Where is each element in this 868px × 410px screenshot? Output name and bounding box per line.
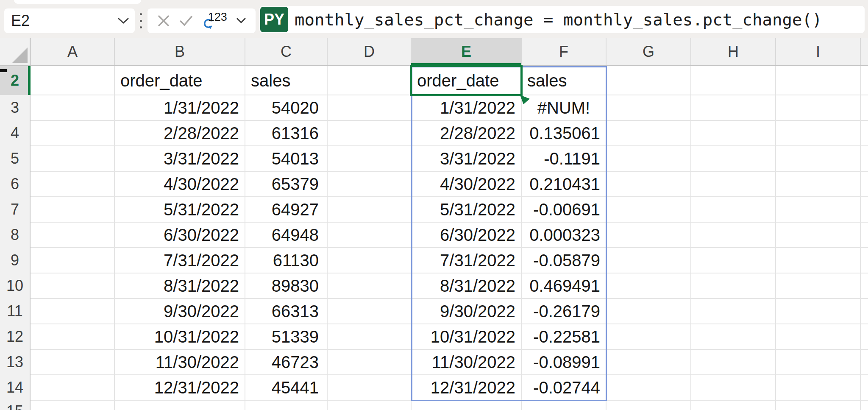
column-header-divider — [245, 38, 245, 65]
row-header-11[interactable]: 11 — [0, 298, 30, 324]
column-header-divider — [690, 38, 691, 65]
column-header-I[interactable]: I — [776, 38, 860, 65]
column-header-divider — [860, 38, 861, 65]
row-header-label: 12 — [6, 328, 23, 346]
row-header-label: 8 — [11, 226, 19, 244]
row-header-label: 2 — [11, 72, 19, 89]
gridline — [245, 66, 245, 410]
excel-window: E2 123 PY — [0, 0, 868, 410]
cell-B14[interactable]: 12/31/2022 — [115, 376, 244, 399]
column-header-C[interactable]: C — [245, 38, 327, 65]
cell-C6[interactable]: 65379 — [246, 172, 326, 196]
gridline — [327, 66, 328, 410]
cell-B6[interactable]: 4/30/2022 — [115, 172, 244, 196]
column-header-divider — [606, 38, 606, 65]
cell-C9[interactable]: 61130 — [246, 248, 326, 272]
row-header-14[interactable]: 14 — [0, 375, 30, 400]
row-header-label: 14 — [6, 379, 23, 396]
cell-B4[interactable]: 2/28/2022 — [115, 121, 244, 145]
row-header-label: 15 — [6, 404, 23, 410]
cell-B2[interactable]: order_date — [115, 67, 244, 94]
column-header-B[interactable]: B — [114, 38, 245, 65]
gridline — [775, 66, 776, 410]
row-header-9[interactable]: 9 — [0, 248, 30, 273]
row-header-3[interactable]: 3 — [0, 95, 30, 120]
row-header-8[interactable]: 8 — [0, 222, 30, 248]
cell-B3[interactable]: 1/31/2022 — [115, 96, 244, 120]
gridline — [690, 66, 691, 410]
row-header-label: 6 — [11, 175, 19, 193]
row-header-label: 4 — [11, 124, 19, 142]
cell-B9[interactable]: 7/31/2022 — [115, 248, 244, 272]
cell-C11[interactable]: 66313 — [246, 299, 326, 323]
selected-row-bar — [28, 66, 31, 95]
column-header-F[interactable]: F — [521, 38, 606, 65]
row-header-label: 5 — [11, 150, 19, 167]
spill-arrow-icon — [520, 94, 531, 105]
column-header-divider — [327, 38, 328, 65]
cell-C8[interactable]: 64948 — [246, 223, 326, 247]
row-header-label: 7 — [11, 201, 19, 218]
cell-C4[interactable]: 61316 — [246, 121, 326, 145]
column-header-divider — [411, 38, 412, 65]
cell-C12[interactable]: 51339 — [246, 325, 326, 349]
row-header-12[interactable]: 12 — [0, 324, 30, 349]
column-header-D[interactable]: D — [327, 38, 411, 65]
row-header-label: 11 — [7, 302, 22, 320]
row-header-13[interactable]: 13 — [0, 349, 30, 375]
select-all-corner[interactable] — [0, 38, 30, 65]
cell-C10[interactable]: 89830 — [246, 274, 326, 298]
row-header-4[interactable]: 4 — [0, 120, 30, 146]
cell-B13[interactable]: 11/30/2022 — [115, 350, 244, 374]
column-header-divider — [114, 38, 115, 65]
cell-C14[interactable]: 45441 — [246, 376, 326, 399]
column-header-G[interactable]: G — [606, 38, 691, 65]
column-header-H[interactable]: H — [691, 38, 776, 65]
select-all-triangle-icon — [12, 47, 28, 63]
cell-B7[interactable]: 5/31/2022 — [115, 198, 244, 221]
cell-C3[interactable]: 54020 — [246, 96, 326, 120]
row-header-15[interactable]: 15 — [0, 400, 30, 410]
cell-C7[interactable]: 64927 — [246, 198, 326, 221]
column-header-partial — [860, 38, 868, 65]
row-header-5[interactable]: 5 — [0, 146, 30, 171]
row-outline-dash — [0, 69, 7, 72]
column-header-divider — [521, 38, 522, 65]
row-header-10[interactable]: 10 — [0, 273, 30, 298]
spill-range-border — [411, 66, 607, 401]
active-cell-border — [410, 65, 523, 96]
row-header-6[interactable]: 6 — [0, 171, 30, 197]
cell-C5[interactable]: 54013 — [246, 147, 326, 170]
row-header-7[interactable]: 7 — [0, 197, 30, 222]
row-header-label: 9 — [11, 251, 19, 269]
row-header-label: 10 — [6, 277, 23, 295]
cell-B5[interactable]: 3/31/2022 — [115, 147, 244, 170]
cell-B12[interactable]: 10/31/2022 — [115, 325, 244, 349]
gridline — [114, 66, 115, 410]
spreadsheet-grid: ABCDEFGHI23456789101112131415order_dates… — [0, 0, 868, 410]
gridline — [860, 66, 861, 410]
cell-C2[interactable]: sales — [246, 67, 326, 94]
row-header-label: 13 — [6, 353, 23, 371]
cell-B10[interactable]: 8/31/2022 — [115, 274, 244, 298]
row-header-label: 3 — [11, 99, 19, 117]
column-header-A[interactable]: A — [31, 38, 114, 65]
cell-B8[interactable]: 6/30/2022 — [115, 223, 244, 247]
column-header-E[interactable]: E — [411, 38, 521, 65]
column-header-divider — [775, 38, 776, 65]
cell-C13[interactable]: 46723 — [246, 350, 326, 374]
cell-B11[interactable]: 9/30/2022 — [115, 299, 244, 323]
